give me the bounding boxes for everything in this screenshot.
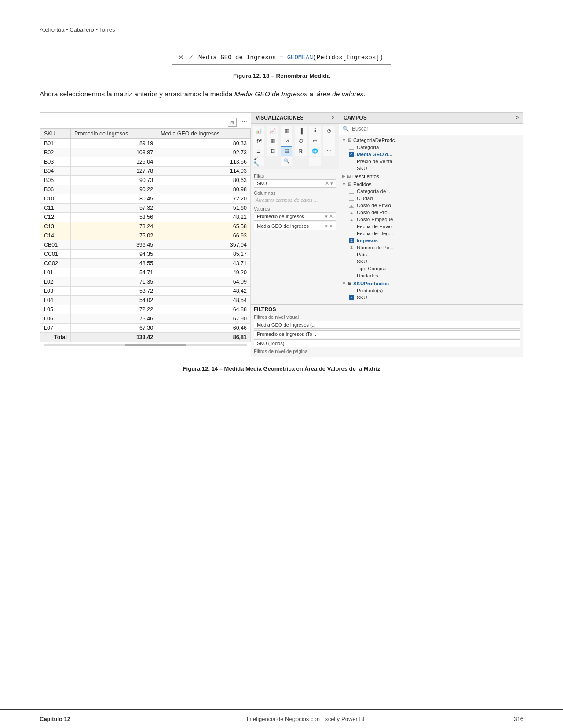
- checkbox-categoria[interactable]: [349, 145, 354, 150]
- campos-search-input[interactable]: [352, 126, 519, 132]
- tree-item-costoempaque[interactable]: Σ Costo Empaque: [339, 216, 523, 223]
- tree-group-descuentos-header[interactable]: ▶ ⊞ Descuentos: [339, 173, 523, 180]
- viz-chevron-icon[interactable]: >: [332, 115, 334, 120]
- cb-costopro[interactable]: Σ: [349, 210, 354, 215]
- tree-item-sku1[interactable]: SKU: [339, 165, 523, 172]
- cb-ingresos[interactable]: Σ: [349, 238, 354, 243]
- viz-icon-kpi[interactable]: ↑: [323, 136, 335, 146]
- tree-item-ciudad[interactable]: Ciudad: [339, 195, 523, 202]
- sku-chip-remove[interactable]: ✕ ▾: [325, 181, 333, 186]
- tree-item-precioventa[interactable]: Precio de Venta: [339, 158, 523, 165]
- tree-item-unidades[interactable]: Unidades: [339, 272, 523, 279]
- valores-label: Valores: [254, 206, 336, 211]
- promedio-chip-remove[interactable]: ▾ ✕: [325, 214, 333, 219]
- cb-sku-prod[interactable]: ✓: [349, 295, 354, 300]
- viz-icon-line[interactable]: 📈: [267, 126, 278, 136]
- cb-pais[interactable]: [349, 252, 354, 257]
- tree-item-cat-ped[interactable]: Categoría de ...: [339, 188, 523, 195]
- columnas-label: Columnas: [254, 190, 336, 196]
- promedio-chip[interactable]: Promedio de Ingresos ▾ ✕: [254, 212, 336, 221]
- tree-item-mediageo[interactable]: ✓ Media GEO d...: [339, 151, 523, 158]
- table-row: CB01396,45357,04: [40, 240, 251, 249]
- checkbox-precioventa[interactable]: [349, 159, 354, 164]
- tree-item-ingresos[interactable]: Σ Ingresos: [339, 237, 523, 244]
- filtros-chip-mediageo[interactable]: Media GEO de Ingresos (...: [254, 321, 520, 329]
- cb-numpedido[interactable]: Σ: [349, 245, 354, 250]
- campos-section: CAMPOS > 🔍 ▼ ⊞: [339, 113, 523, 304]
- viz-icon-analytics[interactable]: 🔍: [281, 157, 292, 166]
- tree-item-sku-prod[interactable]: ✓ SKU: [339, 294, 523, 301]
- tree-item-pais[interactable]: País: [339, 251, 523, 258]
- tree-group-pedidos: ▼ ⊞ Pedidos Categoría de ... Ciudad: [339, 181, 523, 279]
- viz-icon-matrix[interactable]: ▤: [281, 146, 292, 156]
- tree-item-sku-ped[interactable]: SKU: [339, 258, 523, 265]
- cb-costoenvio[interactable]: Σ: [349, 203, 354, 208]
- figure13-caption: Figura 12. 13 – Renombrar Medida: [40, 73, 523, 79]
- viz-icon-format[interactable]: 🖌 🔧: [253, 157, 264, 166]
- matrix-corner-icon[interactable]: ⊞: [228, 118, 237, 127]
- formula-text: Media GEO de Ingresos = GEOMEAN(Pedidos[…: [198, 54, 383, 61]
- filtros-chip-promedio[interactable]: Promedio de Ingresos (To...: [254, 330, 520, 338]
- tree-item-fechaenvio[interactable]: Fecha de Envio: [339, 223, 523, 230]
- tree-item-costoenvio[interactable]: Σ Costo de Envio: [339, 202, 523, 209]
- table-icon: ⊞: [348, 138, 351, 142]
- tree-group-pedidos-header[interactable]: ▼ ⊞ Pedidos: [339, 181, 523, 188]
- cb-fechalleg[interactable]: [349, 231, 354, 236]
- col-header-mediageo: Media GEO de Ingresos: [157, 128, 251, 138]
- table-icon-sku: ⊞: [348, 281, 351, 286]
- formula-args: (Pedidos[Ingresos]): [313, 54, 383, 61]
- cb-fechaenvio[interactable]: [349, 224, 354, 229]
- cb-productos[interactable]: [349, 288, 354, 293]
- checkbox-mediageo[interactable]: ✓: [349, 152, 354, 157]
- table-total-row: Total133,4286,81: [40, 332, 251, 342]
- cb-ciudad[interactable]: [349, 196, 354, 201]
- tree-item-fechalleg[interactable]: Fecha de Lleg...: [339, 230, 523, 237]
- viz-icon-r[interactable]: R: [295, 146, 307, 156]
- campos-chevron-icon[interactable]: >: [516, 115, 519, 120]
- matrix-more-icon[interactable]: ⋯: [241, 118, 247, 127]
- tree-item-categoria[interactable]: Categoría: [339, 144, 523, 151]
- lbl-productos: Producto(s): [357, 288, 383, 293]
- checkbox-sku1[interactable]: [349, 166, 354, 171]
- viz-icon-column[interactable]: ▐: [295, 126, 307, 136]
- cb-costoempaque[interactable]: Σ: [349, 217, 354, 222]
- tree-item-productos[interactable]: Producto(s): [339, 287, 523, 294]
- cb-unidades[interactable]: [349, 273, 354, 278]
- cb-cat-ped[interactable]: [349, 189, 354, 194]
- viz-icon-funnel[interactable]: ⊿: [281, 136, 292, 146]
- viz-icon-more[interactable]: ⋯: [323, 146, 335, 156]
- viz-icon-fields2[interactable]: [309, 157, 321, 166]
- formula-confirm-icon[interactable]: ✓: [188, 54, 194, 62]
- tree-group-categoria-label: CategoriaDeProdc...: [353, 138, 399, 143]
- tree-item-tipocompra[interactable]: Tipo Compra: [339, 265, 523, 272]
- lbl-unidades: Unidades: [357, 273, 378, 278]
- sku-chip[interactable]: SKU ✕ ▾: [254, 179, 336, 188]
- viz-icon-pie[interactable]: ◔: [323, 126, 335, 136]
- viz-icon-python[interactable]: 🌐: [309, 146, 321, 156]
- lbl-ciudad: Ciudad: [357, 196, 373, 201]
- viz-icon-gauge[interactable]: ⏱: [295, 136, 307, 146]
- tree-item-numpedido[interactable]: Σ Número de Pe...: [339, 244, 523, 251]
- viz-icon-treemap[interactable]: ▦: [267, 136, 278, 146]
- viz-icon-bar[interactable]: 📊: [253, 126, 264, 136]
- viz-icon-card[interactable]: ▭: [309, 136, 321, 146]
- viz-icon-slicer[interactable]: ☰: [253, 146, 264, 156]
- viz-icon-area[interactable]: ▦: [281, 126, 292, 136]
- tree-group-sku-header[interactable]: ▼ ⊞ SKUProductos: [339, 280, 523, 287]
- scroll-indicator[interactable]: [44, 344, 247, 346]
- tree-group-categoria-header[interactable]: ▼ ⊞ CategoriaDeProdc...: [339, 137, 523, 144]
- formula-cancel-icon[interactable]: ✕: [178, 54, 184, 62]
- viz-icon-map[interactable]: 🗺: [253, 136, 264, 146]
- expand-icon-ped: ▼: [342, 182, 346, 186]
- viz-icon-table[interactable]: ⊞: [267, 146, 278, 156]
- table-row: L0675,4667,90: [40, 314, 251, 323]
- mediageo-chip[interactable]: Media GEO de Ingresos ▾ ✕: [254, 222, 336, 230]
- filtros-chip-sku[interactable]: SKU (Todos): [254, 339, 520, 347]
- tree-item-costopro[interactable]: Σ Costo del Pro...: [339, 209, 523, 216]
- table-row: C1253,5648,21: [40, 212, 251, 222]
- lbl-numpedido: Número de Pe...: [357, 245, 394, 250]
- mediageo-chip-remove[interactable]: ▾ ✕: [325, 223, 333, 229]
- viz-icon-scatter[interactable]: ⠿: [309, 126, 321, 136]
- cb-sku-ped[interactable]: [349, 259, 354, 264]
- cb-tipocompra[interactable]: [349, 266, 354, 271]
